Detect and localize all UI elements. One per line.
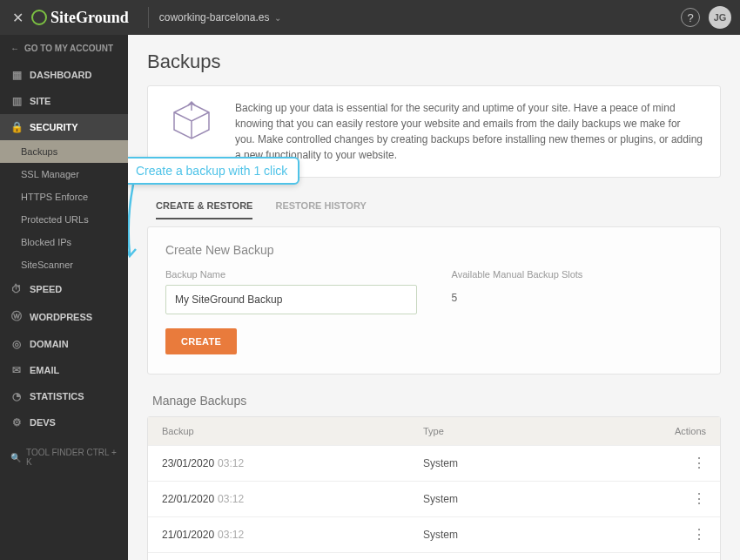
box-icon xyxy=(165,100,218,144)
create-button[interactable]: CREATE xyxy=(165,328,237,354)
swirl-icon xyxy=(31,10,47,25)
devs-icon: ⚙ xyxy=(10,416,23,428)
table-row: 22/01/202003:12System⋮ xyxy=(148,481,720,516)
backup-date: 21/01/2020 xyxy=(162,529,214,541)
site-icon: ▥ xyxy=(10,95,23,107)
backup-type: System xyxy=(423,457,654,469)
nav-wordpress[interactable]: ⓦ WORDPRESS xyxy=(0,302,128,331)
nav-label: EMAIL xyxy=(30,365,59,375)
nav-devs[interactable]: ⚙ DEVS xyxy=(0,409,128,435)
page-title: Backups xyxy=(147,51,721,73)
backup-time: 03:12 xyxy=(218,457,244,469)
nav-label: SPEED xyxy=(30,284,62,294)
kebab-icon[interactable]: ⋮ xyxy=(692,527,706,542)
table-row: 20/01/202003:12System⋮ xyxy=(148,552,720,560)
callout-tooltip: Create a backup with 1 click xyxy=(128,157,299,185)
nav-label: STATISTICS xyxy=(30,391,84,401)
wordpress-icon: ⓦ xyxy=(10,309,23,324)
tool-finder[interactable]: 🔍 TOOL FINDER CTRL + K xyxy=(0,435,128,479)
tab-create-restore[interactable]: CREATE & RESTORE xyxy=(156,193,252,219)
back-label: GO TO MY ACCOUNT xyxy=(24,44,113,53)
col-header-type: Type xyxy=(423,426,654,436)
create-backup-panel: Create New Backup Backup Name Available … xyxy=(147,226,721,374)
arrow-left-icon: ← xyxy=(10,44,19,53)
table-header: Backup Type Actions xyxy=(148,417,720,445)
sub-sitescanner[interactable]: SiteScanner xyxy=(0,253,128,276)
nav-label: DEVS xyxy=(30,417,56,428)
dashboard-icon: ▦ xyxy=(10,69,23,81)
sidebar: ← GO TO MY ACCOUNT ▦ DASHBOARD ▥ SITE 🔒 … xyxy=(0,35,128,560)
nav-label: DOMAIN xyxy=(30,339,69,349)
chevron-down-icon: ⌄ xyxy=(274,13,281,23)
topbar: ✕ SiteGround coworking-barcelona.es ⌄ ? … xyxy=(0,0,740,35)
backups-table: Backup Type Actions 23/01/202003:12Syste… xyxy=(147,416,721,560)
nav-statistics[interactable]: ◔ STATISTICS xyxy=(0,383,128,409)
close-icon[interactable]: ✕ xyxy=(9,10,26,26)
sub-backups[interactable]: Backups xyxy=(0,140,128,163)
col-header-actions: Actions xyxy=(654,426,706,436)
col-header-backup: Backup xyxy=(162,426,423,436)
backup-date: 23/01/2020 xyxy=(162,457,214,469)
brand-logo[interactable]: SiteGround xyxy=(31,9,129,27)
sub-protected-urls[interactable]: Protected URLs xyxy=(0,208,128,231)
nav-label: SECURITY xyxy=(30,122,78,132)
backup-type: System xyxy=(423,529,654,541)
nav-dashboard[interactable]: ▦ DASHBOARD xyxy=(0,62,128,88)
kebab-icon[interactable]: ⋮ xyxy=(692,491,706,506)
kebab-icon[interactable]: ⋮ xyxy=(692,455,706,470)
backup-date: 22/01/2020 xyxy=(162,493,214,505)
sub-https-enforce[interactable]: HTTPS Enforce xyxy=(0,186,128,208)
info-text: Backing up your data is essential for th… xyxy=(235,100,703,163)
panel-title: Create New Backup xyxy=(165,243,703,257)
backup-type: System xyxy=(423,493,654,505)
nav-domain[interactable]: ◎ DOMAIN xyxy=(0,331,128,357)
site-selector[interactable]: coworking-barcelona.es ⌄ xyxy=(159,11,282,24)
lock-icon: 🔒 xyxy=(10,121,23,133)
nav-email[interactable]: ✉ EMAIL xyxy=(0,357,128,383)
callout-arrow-icon xyxy=(128,185,151,263)
site-name-text: coworking-barcelona.es xyxy=(159,11,270,24)
speed-icon: ⏱ xyxy=(10,283,23,295)
brand-text: SiteGround xyxy=(50,9,129,27)
nav-label: SITE xyxy=(30,96,50,106)
manage-title: Manage Backups xyxy=(152,394,721,408)
email-icon: ✉ xyxy=(10,364,23,376)
nav-label: DASHBOARD xyxy=(30,70,92,80)
tab-restore-history[interactable]: RESTORE HISTORY xyxy=(275,193,366,219)
table-row: 21/01/202003:12System⋮ xyxy=(148,516,720,552)
table-row: 23/01/202003:12System⋮ xyxy=(148,445,720,481)
nav-site[interactable]: ▥ SITE xyxy=(0,88,128,114)
tool-finder-label: TOOL FINDER CTRL + K xyxy=(26,448,118,467)
domain-icon: ◎ xyxy=(10,338,23,350)
help-icon[interactable]: ? xyxy=(681,8,700,27)
sub-blocked-ips[interactable]: Blocked IPs xyxy=(0,231,128,253)
slots-value: 5 xyxy=(452,285,703,304)
sub-ssl-manager[interactable]: SSL Manager xyxy=(0,163,128,186)
divider xyxy=(148,7,149,28)
backup-time: 03:12 xyxy=(218,493,244,505)
nav-security[interactable]: 🔒 SECURITY xyxy=(0,114,128,140)
backup-name-input[interactable] xyxy=(165,285,417,314)
backup-name-label: Backup Name xyxy=(165,269,417,280)
statistics-icon: ◔ xyxy=(10,390,23,402)
backup-time: 03:12 xyxy=(218,529,244,541)
slots-label: Available Manual Backup Slots xyxy=(452,269,703,280)
avatar[interactable]: JG xyxy=(709,6,731,29)
back-to-account[interactable]: ← GO TO MY ACCOUNT xyxy=(0,35,128,62)
tabs: CREATE & RESTORE RESTORE HISTORY xyxy=(156,193,721,219)
search-icon: 🔍 xyxy=(10,453,21,462)
nav-speed[interactable]: ⏱ SPEED xyxy=(0,276,128,302)
nav-label: WORDPRESS xyxy=(30,312,92,322)
